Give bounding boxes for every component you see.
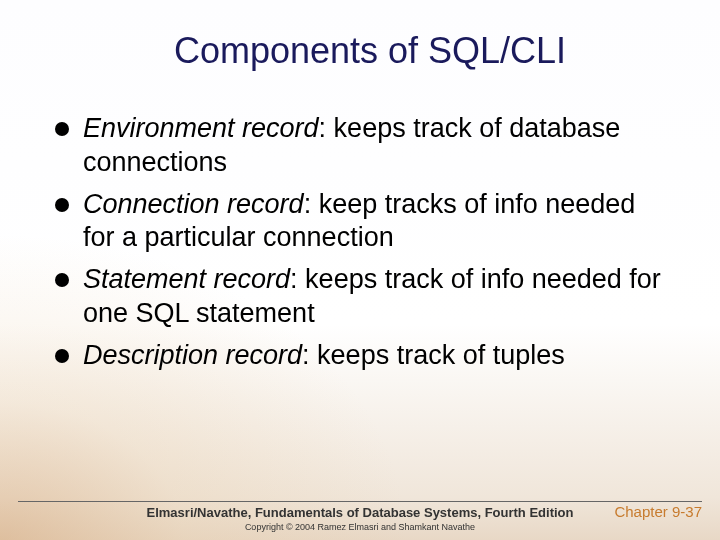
slide-title: Components of SQL/CLI bbox=[0, 30, 720, 72]
bullet-term: Environment record bbox=[83, 113, 319, 143]
slide-footer: Elmasri/Navathe, Fundamentals of Databas… bbox=[0, 501, 720, 532]
footer-book: Elmasri/Navathe, Fundamentals of Databas… bbox=[18, 505, 702, 520]
bullet-item: Description record: keeps track of tuple… bbox=[55, 339, 665, 373]
footer-chapter: Chapter 9-37 bbox=[614, 503, 702, 520]
bullet-term: Statement record bbox=[83, 264, 290, 294]
footer-copyright: Copyright © 2004 Ramez Elmasri and Shamk… bbox=[0, 522, 720, 532]
bullet-item: Connection record: keep tracks of info n… bbox=[55, 188, 665, 256]
slide: Components of SQL/CLI Environment record… bbox=[0, 0, 720, 540]
bullet-term: Description record bbox=[83, 340, 302, 370]
bullet-item: Environment record: keeps track of datab… bbox=[55, 112, 665, 180]
bullet-term: Connection record bbox=[83, 189, 304, 219]
bullet-list: Environment record: keeps track of datab… bbox=[55, 112, 665, 372]
bullet-text: : keeps track of tuples bbox=[302, 340, 565, 370]
slide-body: Environment record: keeps track of datab… bbox=[0, 112, 720, 540]
footer-line1: Elmasri/Navathe, Fundamentals of Databas… bbox=[0, 505, 720, 520]
bullet-item: Statement record: keeps track of info ne… bbox=[55, 263, 665, 331]
footer-rule bbox=[18, 501, 702, 502]
